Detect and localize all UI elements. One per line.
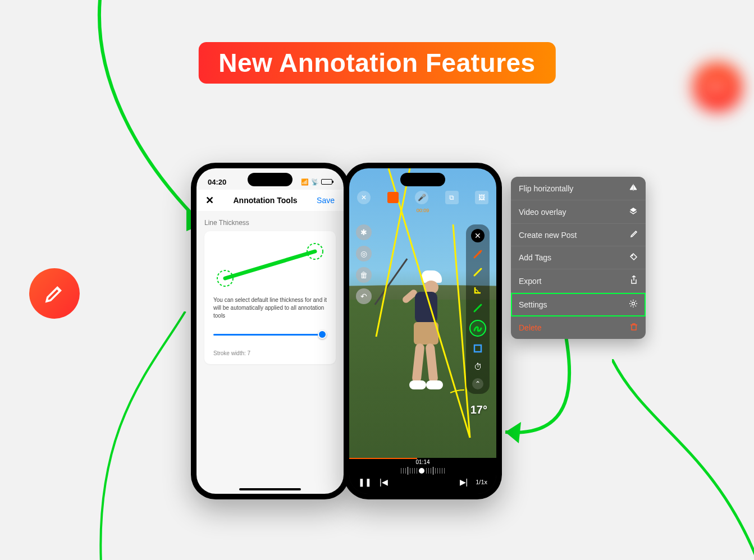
popup-item-create-post[interactable]: Create new Post [511, 224, 646, 246]
right-toolbar: ✕ ⏱ ⌃ [466, 224, 490, 394]
record-button[interactable] [387, 192, 399, 203]
svg-line-12 [474, 305, 481, 311]
curve-bottom-right [612, 359, 754, 560]
popup-label: Flip horizontally [519, 184, 573, 193]
notch [248, 173, 293, 186]
popup-label: Create new Post [519, 231, 577, 240]
slider-thumb[interactable] [318, 330, 327, 339]
notch [400, 173, 445, 186]
title-banner: New Annotation Features [198, 42, 555, 84]
rectangle-tool[interactable] [472, 342, 484, 355]
gear-icon [629, 299, 638, 310]
popup-label: Settings [519, 300, 547, 309]
next-frame-button[interactable]: ▶| [460, 478, 468, 486]
signal-icon: 📶 [301, 178, 309, 186]
popup-item-overlay[interactable]: Video overlay [511, 200, 646, 224]
expand-toolbar-button[interactable]: ⌃ [472, 378, 483, 389]
svg-line-3 [225, 251, 315, 278]
status-time: 04:20 [208, 178, 226, 186]
compare-button[interactable]: ⧉ [445, 191, 459, 204]
curve-bottom-left [73, 311, 197, 560]
delete-anno-button[interactable]: 🗑 [356, 267, 372, 283]
line-tool[interactable] [472, 266, 484, 278]
svg-point-15 [632, 302, 635, 305]
thickness-card: You can select default line thickness fo… [204, 231, 336, 364]
close-toolbar-button[interactable]: ✕ [471, 229, 485, 242]
line-thickness-section: Line Thickness You can select default li… [197, 211, 344, 372]
flip-icon [629, 183, 638, 194]
close-button[interactable]: ✕ [205, 194, 214, 206]
stroke-width-label: Stroke width: 7 [213, 350, 327, 356]
sheet-title: Annotation Tools [234, 196, 298, 205]
arrow-tool[interactable] [472, 248, 484, 260]
undo-button[interactable]: ↶ [356, 288, 372, 304]
pencil-badge-left [29, 268, 80, 319]
svg-line-11 [474, 269, 481, 276]
home-indicator [239, 488, 301, 490]
angle-tool[interactable] [472, 284, 484, 296]
svg-point-14 [632, 255, 633, 256]
thickness-description: You can select default line thickness fo… [213, 296, 327, 320]
status-icons: 📶 📡 [301, 178, 332, 186]
popup-label: Export [519, 277, 541, 286]
mic-button[interactable]: 🎤 [415, 191, 428, 204]
popup-item-flip[interactable]: Flip horizontally [511, 177, 646, 200]
section-label: Line Thickness [204, 219, 336, 227]
progress-line [349, 458, 417, 459]
pencil-icon [701, 70, 734, 103]
sheet-header: ✕ Annotation Tools Save [197, 190, 344, 211]
line-preview [213, 239, 327, 290]
pencil-icon [43, 282, 66, 305]
record-timestamp: 00:09 [349, 208, 496, 213]
share-icon [630, 276, 638, 286]
player-controls: ❚❚ |◀ ▶| 1/1x [349, 475, 496, 486]
settings-popup: Flip horizontally Video overlay Create n… [511, 177, 646, 339]
player-bar: 01:14 ❚❚ |◀ ▶| 1/1x [349, 458, 496, 494]
angle-readout: 17° [470, 403, 487, 416]
phone-annotation-tools: 04:20 📶 📡 ✕ Annotation Tools Save Line T… [191, 163, 349, 499]
pose-button[interactable]: ✱ [356, 224, 372, 240]
popup-label: Delete [519, 323, 541, 332]
layers-icon [629, 206, 638, 217]
svg-rect-13 [474, 345, 481, 352]
popup-item-settings[interactable]: Settings [511, 293, 646, 316]
tag-icon [629, 253, 638, 263]
scrubber[interactable] [349, 466, 496, 475]
wifi-icon: 📡 [311, 178, 319, 186]
close-editor-button[interactable]: ✕ [357, 191, 371, 204]
prev-frame-button[interactable]: |◀ [380, 478, 388, 486]
freehand-tool-active[interactable] [469, 320, 486, 337]
title-text: New Annotation Features [218, 48, 535, 77]
popup-label: Add Tags [519, 253, 551, 262]
save-button[interactable]: Save [317, 196, 335, 205]
tracking-button[interactable]: ◎ [356, 246, 372, 261]
pencil-badge-right-blurred [682, 51, 753, 122]
trash-icon [630, 323, 638, 333]
popup-item-delete[interactable]: Delete [511, 316, 646, 339]
playhead[interactable] [419, 468, 424, 474]
popup-item-export[interactable]: Export [511, 269, 646, 293]
phone-video-annotator: 9:41 📶 📡 70 [344, 163, 502, 499]
pencil-icon [630, 230, 638, 240]
popup-label: Video overlay [519, 208, 566, 217]
playback-speed[interactable]: 1/1x [476, 479, 487, 485]
arrow-top-left [56, 0, 213, 253]
svg-marker-2 [505, 422, 521, 443]
media-button[interactable]: 🖼 [475, 191, 488, 204]
left-toolbar: ✱ ◎ 🗑 ↶ [356, 224, 372, 304]
timer-tool[interactable]: ⏱ [472, 360, 484, 373]
battery-icon [321, 179, 332, 185]
pause-button[interactable]: ❚❚ [358, 478, 372, 486]
draw-tool[interactable] [472, 302, 484, 314]
thickness-slider[interactable] [213, 329, 327, 340]
top-controls: ✕ 🎤 ⧉ 🖼 [349, 191, 496, 204]
popup-item-add-tags[interactable]: Add Tags [511, 246, 646, 269]
